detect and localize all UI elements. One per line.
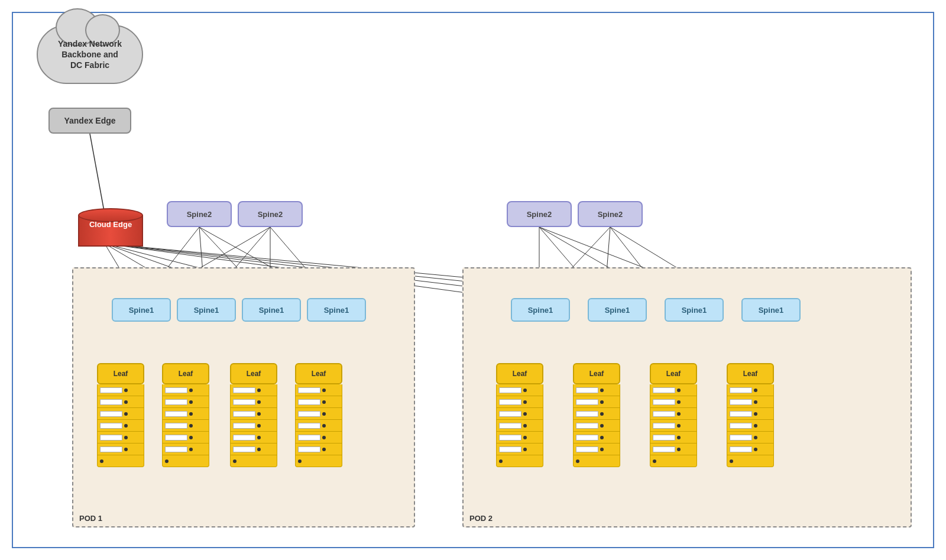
- server-row: [727, 408, 774, 420]
- server-row: [727, 396, 774, 408]
- yandex-edge-box: Yandex Edge: [48, 108, 131, 134]
- server-row: [650, 444, 697, 455]
- server-row-last: [295, 455, 342, 467]
- pod2-leaf-box-2: Leaf: [573, 363, 620, 384]
- pod1-spine1-2: Spine1: [177, 298, 236, 322]
- server-row: [650, 384, 697, 396]
- pod2-leaf-3: Leaf: [650, 363, 697, 467]
- pod2-label: POD 2: [469, 514, 493, 523]
- server-row-last: [727, 455, 774, 467]
- pod1-leaf-box-4: Leaf: [295, 363, 342, 384]
- pod1-leaf-2: Leaf: [162, 363, 209, 467]
- server-row: [295, 444, 342, 455]
- server-row: [295, 432, 342, 444]
- spine2-pod1-1: Spine2: [167, 201, 232, 227]
- server-row: [650, 432, 697, 444]
- server-row: [162, 420, 209, 432]
- spine2-pod2-2: Spine2: [578, 201, 643, 227]
- server-row: [97, 384, 144, 396]
- server-row-last: [650, 455, 697, 467]
- server-row: [295, 384, 342, 396]
- server-row: [230, 396, 277, 408]
- server-row: [97, 444, 144, 455]
- pod1-leaf-box-2: Leaf: [162, 363, 209, 384]
- pod1-leaf-box-3: Leaf: [230, 363, 277, 384]
- server-row: [496, 396, 543, 408]
- pod1-leaf-3: Leaf: [230, 363, 277, 467]
- cloud-edge-box: Cloud Edge: [72, 208, 149, 255]
- server-row: [97, 432, 144, 444]
- server-row: [230, 432, 277, 444]
- server-row: [573, 408, 620, 420]
- spine2-pod1-2: Spine2: [238, 201, 303, 227]
- server-row: [727, 420, 774, 432]
- server-row-last: [162, 455, 209, 467]
- server-row: [295, 408, 342, 420]
- server-row: [496, 408, 543, 420]
- server-row: [162, 408, 209, 420]
- pod2-leaf-box-1: Leaf: [496, 363, 543, 384]
- pod2-spine1-3: Spine1: [665, 298, 724, 322]
- server-row: [727, 444, 774, 455]
- cloud-label: Yandex Network Backbone and DC Fabric: [37, 25, 143, 84]
- server-row: [295, 396, 342, 408]
- cloud-edge-label: Cloud Edge: [78, 220, 143, 229]
- server-row: [230, 444, 277, 455]
- server-row: [573, 432, 620, 444]
- pod2-spine1-4: Spine1: [741, 298, 801, 322]
- server-row: [573, 444, 620, 455]
- pod2-leaf-box-4: Leaf: [727, 363, 774, 384]
- pod2-leaf-box-3: Leaf: [650, 363, 697, 384]
- pod2-container: POD 2 Spine1 Spine1 Spine1 Spine1 Leaf: [462, 267, 912, 527]
- server-row-last: [97, 455, 144, 467]
- server-row: [162, 396, 209, 408]
- server-row: [230, 408, 277, 420]
- svg-line-0: [90, 134, 105, 214]
- cylinder: Cloud Edge: [78, 208, 143, 247]
- server-row: [230, 384, 277, 396]
- pod2-leaf-1: Leaf: [496, 363, 543, 467]
- server-row: [162, 444, 209, 455]
- server-row: [650, 396, 697, 408]
- pod2-leaf-4: Leaf: [727, 363, 774, 467]
- pod1-spine1-1: Spine1: [112, 298, 171, 322]
- server-row: [573, 384, 620, 396]
- server-row: [162, 384, 209, 396]
- server-row: [97, 408, 144, 420]
- server-row: [727, 432, 774, 444]
- pod1-leaf-box-1: Leaf: [97, 363, 144, 384]
- server-row-last: [573, 455, 620, 467]
- pod1-spine1-3: Spine1: [242, 298, 301, 322]
- server-row: [97, 420, 144, 432]
- pod2-spine1-2: Spine1: [588, 298, 647, 322]
- server-row: [496, 420, 543, 432]
- server-row: [573, 420, 620, 432]
- main-diagram: Yandex Network Backbone and DC Fabric Ya…: [12, 12, 934, 548]
- pod1-container: POD 1 Spine1 Spine1 Spine1 Spine1 Leaf: [72, 267, 415, 527]
- server-row: [496, 384, 543, 396]
- server-row: [496, 444, 543, 455]
- server-row: [727, 384, 774, 396]
- server-row: [496, 432, 543, 444]
- pod1-label: POD 1: [79, 514, 102, 523]
- server-row: [650, 420, 697, 432]
- server-row-last: [496, 455, 543, 467]
- server-row: [230, 420, 277, 432]
- pod2-leaf-2: Leaf: [573, 363, 620, 467]
- server-row: [295, 420, 342, 432]
- server-row: [573, 396, 620, 408]
- cloud-shape: Yandex Network Backbone and DC Fabric: [37, 25, 155, 102]
- server-row: [97, 396, 144, 408]
- pod1-spine1-4: Spine1: [307, 298, 366, 322]
- pod2-spine1-1: Spine1: [511, 298, 570, 322]
- server-row-last: [230, 455, 277, 467]
- pod1-leaf-1: Leaf: [97, 363, 144, 467]
- server-row: [162, 432, 209, 444]
- pod1-leaf-4: Leaf: [295, 363, 342, 467]
- server-row: [650, 408, 697, 420]
- spine2-pod2-1: Spine2: [507, 201, 572, 227]
